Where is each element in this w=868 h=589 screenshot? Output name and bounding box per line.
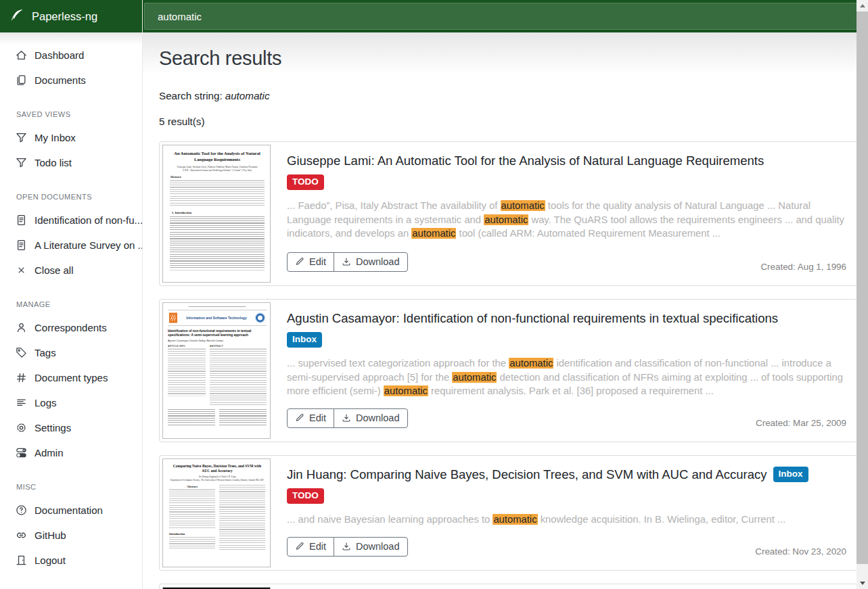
tag-badge-inbox[interactable]: Inbox <box>287 332 322 348</box>
sidebar-item-label: My Inbox <box>35 132 76 143</box>
sidebar-item-label: A Literature Survey on ... <box>35 239 142 251</box>
highlighted-term: automatic <box>509 358 553 369</box>
sidebar-item-tags[interactable]: Tags <box>0 340 142 365</box>
tag-badge-inbox[interactable]: Inbox <box>773 467 808 482</box>
created-date: Created: Mar 25, 2009 <box>756 418 846 428</box>
sidebar-item-correspondents[interactable]: Correspondents <box>0 315 142 340</box>
edit-button[interactable]: Edit <box>287 537 334 557</box>
download-button-label: Download <box>356 256 400 267</box>
sidebar-item-dashboard[interactable]: Dashboard <box>0 43 142 68</box>
pencil-icon <box>295 257 304 266</box>
link-icon <box>16 529 27 541</box>
sidebar-item-documents[interactable]: Documents <box>0 68 142 93</box>
sidebar-item-close-all[interactable]: Close all <box>0 258 142 283</box>
tag-badge-todo[interactable]: TODO <box>287 174 324 190</box>
search-string-line: Search string:automatic <box>159 90 858 101</box>
scrollbar-thumb[interactable] <box>856 11 868 564</box>
page-title: Search results <box>159 47 858 70</box>
download-icon <box>342 542 351 551</box>
search-string-label: Search string: <box>159 90 223 101</box>
download-icon <box>342 413 351 423</box>
sidebar-item-label: Identification of non-fu... <box>35 214 142 226</box>
brand-title: Paperless-ng <box>32 10 97 23</box>
top-navbar <box>143 0 868 32</box>
download-button-label: Download <box>356 413 400 423</box>
edit-button[interactable]: Edit <box>287 252 334 272</box>
sidebar-item-settings[interactable]: Settings <box>0 415 142 440</box>
pencil-icon <box>295 413 304 423</box>
sidebar-item-label: Correspondents <box>35 322 107 333</box>
gear-icon <box>16 422 27 433</box>
main-area: Search results Search string:automatic 5… <box>143 0 868 589</box>
download-button[interactable]: Download <box>334 252 408 272</box>
leaf-logo-icon <box>11 8 24 24</box>
edit-button[interactable]: Edit <box>287 408 334 428</box>
document-thumbnail[interactable]: An Automatic Tool for the Analysis of Na… <box>162 145 271 283</box>
result-snippet: ... Faedo”, Pisa, Italy Abstract The ava… <box>287 199 846 241</box>
download-button[interactable]: Download <box>334 408 408 428</box>
sidebar-section-manage: MANAGE <box>0 293 142 315</box>
download-button-label: Download <box>356 541 400 552</box>
x-icon <box>16 264 27 276</box>
sidebar-item-identification-of-non-fu[interactable]: Identification of non-fu... <box>0 208 142 233</box>
highlighted-term: automatic <box>493 514 537 525</box>
sidebar-item-label: Logout <box>35 555 66 566</box>
sidebar-section-misc: MISC <box>0 476 142 498</box>
sidebar-item-logs[interactable]: Logs <box>0 390 142 415</box>
scroll-up-icon <box>860 4 865 7</box>
global-search-input[interactable] <box>144 3 862 30</box>
result-title-link[interactable]: Agustin Casamayor: Identification of non… <box>287 311 778 325</box>
sidebar-section-open-documents: OPEN DOCUMENTS <box>0 186 142 208</box>
sidebar-item-label: Documents <box>35 74 86 86</box>
list-icon <box>16 397 27 408</box>
toggles-icon <box>16 447 27 458</box>
result-body: Agustin Casamayor: Identification of non… <box>287 302 854 439</box>
brand[interactable]: Paperless-ng <box>0 0 142 32</box>
result-title-link[interactable]: Giuseppe Lami: An Automatic Tool for the… <box>287 154 764 168</box>
sidebar-nav: Dashboard DocumentsSAVED VIEWS My Inbox … <box>0 32 142 573</box>
elsevier-logo <box>169 313 177 323</box>
app-window: Paperless-ng Dashboard DocumentsSAVED VI… <box>0 0 868 589</box>
result-body: Giuseppe Lami: An Automatic Tool for the… <box>287 145 854 283</box>
scroll-down-button[interactable] <box>856 578 868 589</box>
highlighted-term: automatic <box>484 214 528 225</box>
sidebar-item-label: Admin <box>35 447 64 458</box>
person-icon <box>16 322 27 333</box>
sidebar-item-a-literature-survey-on[interactable]: A Literature Survey on ... <box>0 233 142 258</box>
results-list: An Automatic Tool for the Analysis of Na… <box>159 141 858 589</box>
sidebar-item-label: Close all <box>35 264 74 276</box>
sidebar-item-label: Settings <box>35 422 71 433</box>
result-snippet: ... supervised text categorization appro… <box>287 356 846 398</box>
result-title-link[interactable]: Jin Huang: Comparing Naive Bayes, Decisi… <box>287 467 767 481</box>
edit-button-label: Edit <box>309 413 326 423</box>
sidebar-section-saved-views: SAVED VIEWS <box>0 103 142 125</box>
sidebar-item-admin[interactable]: Admin <box>0 440 142 465</box>
sidebar-item-my-inbox[interactable]: My Inbox <box>0 125 142 150</box>
download-button[interactable]: Download <box>334 537 408 557</box>
document-thumbnail[interactable]: Comparing Naive Bayes, Decision Trees, a… <box>162 458 271 567</box>
files-icon <box>16 74 27 86</box>
result-actions: Edit Download <box>287 537 408 557</box>
sidebar-item-todo-list[interactable]: Todo list <box>0 150 142 175</box>
scroll-up-button[interactable] <box>856 0 868 11</box>
sidebar-item-documentation[interactable]: Documentation <box>0 498 142 523</box>
badges-row: TODO <box>287 488 846 504</box>
highlighted-term: automatic <box>411 228 456 239</box>
sidebar-item-label: Logs <box>35 397 57 408</box>
vertical-scrollbar[interactable] <box>856 0 868 589</box>
funnel-icon <box>16 157 27 168</box>
funnel-icon <box>16 132 27 143</box>
result-count: 5 result(s) <box>159 116 858 127</box>
edit-button-label: Edit <box>309 541 326 552</box>
result-footer: Edit Download Created: Aug 1, 1996 <box>287 244 846 272</box>
result-card: Information and Software Technology Iden… <box>159 299 858 442</box>
sidebar-item-logout[interactable]: Logout <box>0 548 142 573</box>
sidebar-item-github[interactable]: GitHub <box>0 523 142 548</box>
file-text-icon <box>16 214 27 226</box>
document-thumbnail[interactable]: Information and Software Technology Iden… <box>162 302 271 439</box>
result-actions: Edit Download <box>287 252 408 272</box>
tag-badge-todo[interactable]: TODO <box>287 488 324 504</box>
sidebar-item-document-types[interactable]: Document types <box>0 365 142 390</box>
highlighted-term: automatic <box>384 385 428 396</box>
sidebar: Paperless-ng Dashboard DocumentsSAVED VI… <box>0 0 143 589</box>
